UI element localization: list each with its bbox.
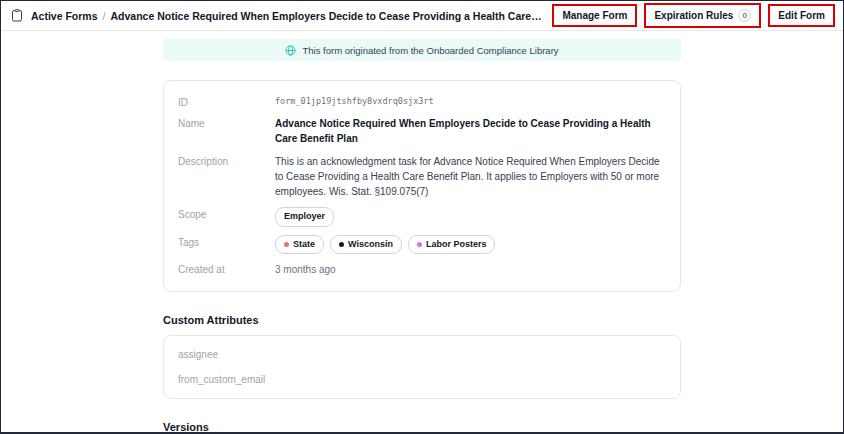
app-window: Active Forms / Advance Notice Required W… [0, 0, 844, 434]
description-label: Description [178, 154, 275, 167]
detail-row-name: Name Advance Notice Required When Employ… [178, 112, 666, 150]
name-label: Name [178, 116, 275, 129]
origin-banner-text: This form originated from the Onboarded … [302, 45, 558, 56]
tags-label: Tags [178, 235, 275, 248]
scope-label: Scope [178, 207, 275, 220]
custom-attribute-row: assignee [178, 342, 666, 367]
detail-row-created-at: Created at 3 months ago [178, 258, 666, 281]
created-at-label: Created at [178, 262, 275, 275]
tag-dot-icon [339, 242, 344, 247]
header-actions: Manage Form Expiration Rules 0 Edit Form [552, 3, 835, 28]
form-details-card: ID form_01jp19jtshfby8vxdrq0sjx3rt Name … [163, 80, 681, 292]
annotation-box-edit: Edit Form [768, 4, 835, 27]
breadcrumb-separator: / [103, 10, 106, 22]
expiration-rules-count-badge: 0 [738, 9, 751, 22]
origin-banner: This form originated from the Onboarded … [163, 39, 681, 61]
main-content: This form originated from the Onboarded … [163, 39, 681, 434]
created-at-value: 3 months ago [275, 262, 666, 277]
detail-row-description: Description This is an acknowledgment ta… [178, 150, 666, 203]
globe-icon [285, 45, 296, 56]
detail-row-id: ID form_01jp19jtshfby8vxdrq0sjx3rt [178, 91, 666, 112]
tag-dot-icon [284, 242, 289, 247]
tag-pill-wisconsin: Wisconsin [330, 235, 402, 255]
page-title: Advance Notice Required When Employers D… [110, 10, 544, 22]
custom-attribute-row: from_custom_email [178, 367, 666, 392]
custom-attributes-card: assignee from_custom_email [163, 335, 681, 399]
tag-pill-state: State [275, 235, 324, 255]
edit-form-button[interactable]: Edit Form [770, 6, 833, 25]
annotation-box-expiration: Expiration Rules 0 [644, 3, 761, 28]
tag-label: Wisconsin [348, 238, 393, 252]
form-name-value: Advance Notice Required When Employers D… [275, 116, 666, 146]
expiration-rules-button[interactable]: Expiration Rules 0 [646, 5, 759, 26]
breadcrumb: Active Forms / Advance Notice Required W… [31, 10, 544, 22]
form-description-value: This is an acknowledgment task for Advan… [275, 154, 666, 199]
clipboard-icon [11, 9, 23, 22]
versions-heading: Versions [163, 421, 681, 433]
form-id-value: form_01jp19jtshfby8vxdrq0sjx3rt [275, 95, 666, 108]
tag-label: Labor Posters [426, 238, 487, 252]
id-label: ID [178, 95, 275, 108]
header-bar: Active Forms / Advance Notice Required W… [1, 1, 843, 31]
detail-row-scope: Scope Employer [178, 203, 666, 231]
custom-attributes-heading: Custom Attributes [163, 314, 681, 326]
expiration-rules-label: Expiration Rules [654, 10, 733, 21]
tag-label: State [293, 238, 315, 252]
breadcrumb-active-forms[interactable]: Active Forms [31, 10, 98, 22]
scope-pill: Employer [275, 207, 334, 227]
tag-dot-icon [417, 242, 422, 247]
manage-form-button[interactable]: Manage Form [554, 6, 635, 25]
tag-pill-labor-posters: Labor Posters [408, 235, 496, 255]
annotation-box-manage: Manage Form [552, 4, 637, 27]
detail-row-tags: Tags State Wisconsin Labor Posters [178, 231, 666, 259]
